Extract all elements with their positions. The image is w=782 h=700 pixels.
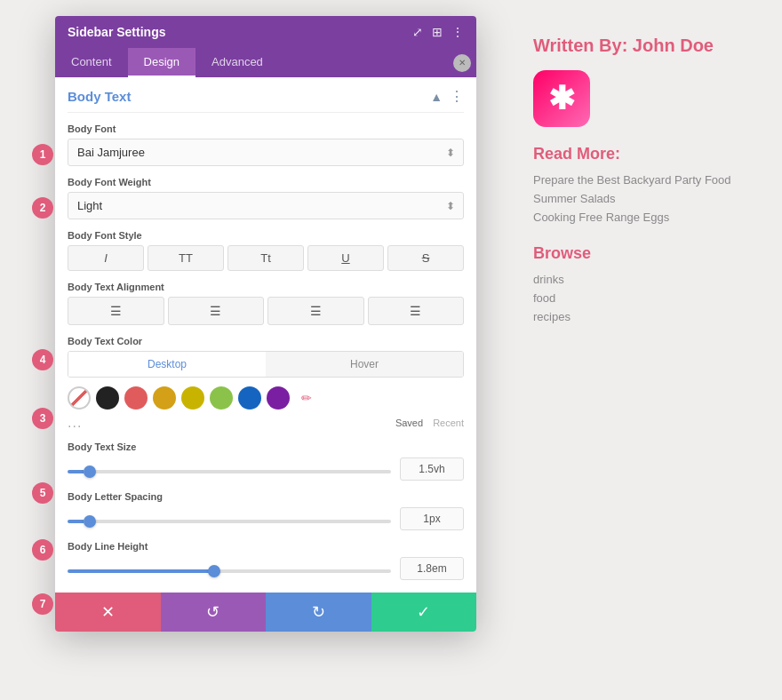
chevron-up-icon[interactable]: ▲ xyxy=(430,90,443,104)
align-right-button[interactable]: ☰ xyxy=(267,297,364,325)
uppercase-button[interactable]: TT xyxy=(148,245,224,271)
modal-title: Sidebar Settings xyxy=(68,25,165,39)
browse-title: Browse xyxy=(533,244,746,263)
body-line-height-slider[interactable] xyxy=(68,569,391,573)
body-text-color-group: Body Text Color Desktop Hover ✏ ... Save… xyxy=(68,336,464,431)
cancel-button[interactable]: ✕ xyxy=(55,593,161,632)
font-style-buttons: I TT Tt U S xyxy=(68,245,464,271)
tab-advanced[interactable]: Advanced xyxy=(196,48,279,77)
body-letter-spacing-track xyxy=(68,511,391,527)
body-line-height-control: 1.8em xyxy=(68,557,464,580)
three-dots: ... xyxy=(68,415,82,431)
swatch-blue[interactable] xyxy=(238,386,261,410)
body-letter-spacing-group: Body Letter Spacing 1px xyxy=(68,491,464,530)
step-3: 3 xyxy=(32,408,53,429)
pencil-icon[interactable]: ✏ xyxy=(295,386,318,410)
tab-design[interactable]: Design xyxy=(128,48,196,77)
step-6: 6 xyxy=(32,539,53,561)
body-line-height-value[interactable]: 1.8em xyxy=(400,557,464,580)
body-text-size-slider[interactable] xyxy=(68,470,391,473)
body-letter-spacing-control: 1px xyxy=(68,507,464,530)
swatch-green[interactable] xyxy=(210,386,233,410)
browse-links: drinks food recipes xyxy=(533,270,746,326)
reset-button[interactable]: ↺ xyxy=(161,593,267,632)
swatch-transparent[interactable] xyxy=(68,386,91,410)
read-more-links: Prepare the Best Backyard Party Food Sum… xyxy=(533,171,746,227)
body-line-height-label: Body Line Height xyxy=(68,541,464,552)
swatch-yellow[interactable] xyxy=(181,386,204,410)
section-title: Body Text xyxy=(68,89,131,104)
capitalize-button[interactable]: Tt xyxy=(227,245,304,271)
modal-tabs: Content Design Advanced ✕ xyxy=(55,48,476,77)
body-font-select[interactable]: Bai Jamjuree xyxy=(68,139,464,166)
step-4: 4 xyxy=(32,349,53,370)
close-button[interactable]: ✕ xyxy=(453,54,471,72)
body-text-color-label: Body Text Color xyxy=(68,336,464,346)
list-item: recipes xyxy=(533,307,746,326)
body-letter-spacing-value[interactable]: 1px xyxy=(400,507,464,530)
body-font-weight-label: Body Font Weight xyxy=(68,177,464,187)
right-sidebar: Written By: John Doe ✱ Read More: Prepar… xyxy=(533,36,746,326)
body-font-weight-select-wrapper: Light ⬍ xyxy=(68,192,464,219)
color-swatches: ✏ xyxy=(68,386,464,410)
body-text-size-value[interactable]: 1.5vh xyxy=(400,457,464,481)
color-tabs: Desktop Hover xyxy=(68,351,464,378)
asterisk-icon: ✱ xyxy=(533,70,590,127)
body-letter-spacing-label: Body Letter Spacing xyxy=(68,491,464,502)
section-header: Body Text ▲ ⋮ xyxy=(68,77,464,113)
swatch-red[interactable] xyxy=(124,386,148,410)
saved-label[interactable]: Saved xyxy=(395,418,423,428)
underline-button[interactable]: U xyxy=(307,245,384,271)
modal-header-icons: ⤢ ⊞ ⋮ xyxy=(412,25,464,39)
section-controls: ▲ ⋮ xyxy=(430,88,464,105)
body-text-alignment-label: Body Text Alignment xyxy=(68,282,464,292)
body-font-weight-group: Body Font Weight Light ⬍ xyxy=(68,177,464,219)
body-text-size-group: Body Text Size 1.5vh xyxy=(68,441,464,481)
body-text-size-track xyxy=(68,461,391,477)
body-text-size-control: 1.5vh xyxy=(68,457,464,481)
align-justify-button[interactable]: ☰ xyxy=(368,297,465,325)
list-item: Cooking Free Range Eggs xyxy=(533,208,746,227)
strikethrough-button[interactable]: S xyxy=(387,245,464,271)
body-line-height-group: Body Line Height 1.8em xyxy=(68,541,464,580)
modal-body: Body Text ▲ ⋮ Body Font Bai Jamjuree ⬍ B… xyxy=(55,77,476,593)
body-line-height-track xyxy=(68,561,391,577)
swatch-purple[interactable] xyxy=(267,386,290,410)
step-7: 7 xyxy=(32,593,53,615)
expand-icon[interactable]: ⤢ xyxy=(412,25,423,39)
dots-menu-icon[interactable]: ⋮ xyxy=(450,88,464,105)
modal-header: Sidebar Settings ⤢ ⊞ ⋮ xyxy=(55,16,476,48)
color-tab-desktop[interactable]: Desktop xyxy=(68,352,266,377)
list-item: drinks xyxy=(533,270,746,289)
step-1: 1 xyxy=(32,144,53,165)
italic-button[interactable]: I xyxy=(68,245,144,271)
recent-label[interactable]: Recent xyxy=(433,418,464,428)
body-font-group: Body Font Bai Jamjuree ⬍ xyxy=(68,123,464,166)
body-letter-spacing-slider[interactable] xyxy=(68,520,391,523)
swatch-amber[interactable] xyxy=(153,386,176,410)
tab-content[interactable]: Content xyxy=(55,48,128,77)
body-font-weight-select[interactable]: Light xyxy=(68,192,464,219)
list-item: Prepare the Best Backyard Party Food xyxy=(533,171,746,189)
color-footer: ... Saved Recent xyxy=(68,415,464,431)
redo-button[interactable]: ↻ xyxy=(266,593,371,632)
columns-icon[interactable]: ⊞ xyxy=(432,25,443,39)
color-tab-hover[interactable]: Hover xyxy=(266,352,463,377)
body-text-alignment-group: Body Text Alignment ☰ ☰ ☰ ☰ xyxy=(68,282,464,325)
more-icon[interactable]: ⋮ xyxy=(451,25,464,39)
align-left-button[interactable]: ☰ xyxy=(68,297,164,325)
read-more-title: Read More: xyxy=(533,145,746,163)
body-font-select-wrapper: Bai Jamjuree ⬍ xyxy=(68,139,464,166)
save-button[interactable]: ✓ xyxy=(371,593,477,632)
align-center-button[interactable]: ☰ xyxy=(168,297,265,325)
body-text-size-label: Body Text Size xyxy=(68,441,464,452)
body-font-style-group: Body Font Style I TT Tt U S xyxy=(68,230,464,271)
action-bar: ✕ ↺ ↻ ✓ xyxy=(55,593,476,632)
color-footer-labels: Saved Recent xyxy=(395,418,464,428)
swatch-black[interactable] xyxy=(96,386,119,410)
written-by-heading: Written By: John Doe xyxy=(533,36,746,56)
step-2: 2 xyxy=(32,197,53,219)
list-item: food xyxy=(533,289,746,307)
list-item: Summer Salads xyxy=(533,189,746,208)
settings-modal: Sidebar Settings ⤢ ⊞ ⋮ Content Design Ad… xyxy=(55,16,476,632)
